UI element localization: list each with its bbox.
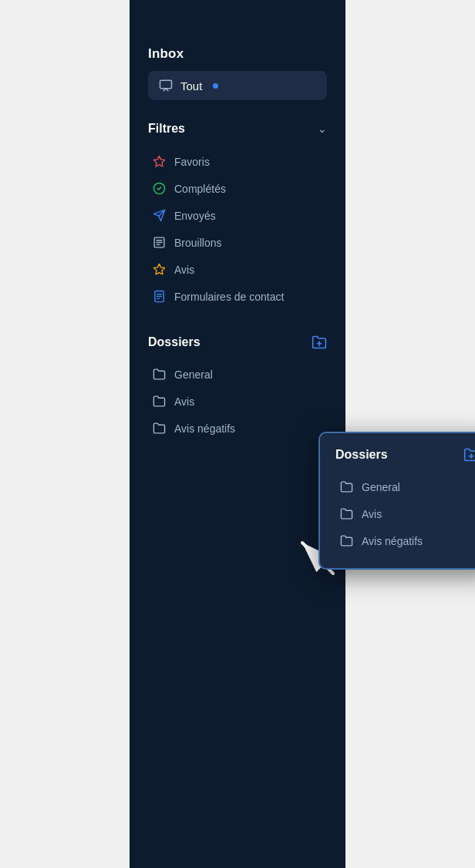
folder-avis-label: Avis <box>174 395 194 408</box>
popup-folder-avis[interactable]: Avis <box>335 500 475 527</box>
filter-item-envoyes[interactable]: Envoyés <box>148 202 327 229</box>
filter-envoyes-label: Envoyés <box>174 210 216 222</box>
popup-folder-list: General Avis Avis négatifs <box>335 473 475 554</box>
inbox-title: Inbox <box>148 46 327 62</box>
star-yellow-icon <box>151 263 167 276</box>
filter-formulaires-label: Formulaires de contact <box>174 291 284 303</box>
svg-rect-0 <box>160 80 172 89</box>
svg-marker-9 <box>153 264 164 274</box>
form-blue-icon <box>151 290 167 303</box>
dossiers-popup: Dossiers General <box>318 432 475 570</box>
inbox-tout-item[interactable]: Tout <box>148 71 327 100</box>
svg-marker-1 <box>153 156 164 166</box>
popup-folder-icon <box>339 534 354 547</box>
filter-item-completes[interactable]: Complétés <box>148 175 327 202</box>
inbox-notification-dot <box>213 83 218 89</box>
folder-item-avis[interactable]: Avis <box>148 388 327 415</box>
popup-folder-avis-negatifs-label: Avis négatifs <box>362 535 423 547</box>
folder-item-avis-negatifs[interactable]: Avis négatifs <box>148 415 327 442</box>
popup-title: Dossiers <box>335 448 388 462</box>
folder-icon <box>151 368 167 381</box>
star-red-icon <box>151 155 167 168</box>
send-blue-icon <box>151 209 167 222</box>
filter-brouillons-label: Brouillons <box>174 237 221 249</box>
dossiers-title: Dossiers <box>148 335 200 349</box>
popup-add-folder-icon[interactable] <box>463 447 475 463</box>
chevron-down-icon[interactable]: ⌄ <box>318 123 327 135</box>
folder-icon <box>151 422 167 435</box>
dossiers-section: Dossiers General <box>148 335 327 442</box>
inbox-icon <box>159 79 173 93</box>
filter-list: Favoris Complétés Envoyé <box>148 148 327 310</box>
filtres-title: Filtres <box>148 122 185 136</box>
filter-favoris-label: Favoris <box>174 156 210 168</box>
filter-item-avis[interactable]: Avis <box>148 256 327 283</box>
draft-icon <box>151 236 167 249</box>
popup-folder-avis-label: Avis <box>362 508 382 520</box>
popup-header: Dossiers <box>335 447 475 463</box>
filtres-section: Filtres ⌄ Favoris Complétés <box>148 122 327 310</box>
dossiers-header: Dossiers <box>148 335 327 350</box>
filter-item-favoris[interactable]: Favoris <box>148 148 327 175</box>
inbox-section: Inbox Tout <box>148 46 327 100</box>
popup-folder-general-label: General <box>362 481 400 493</box>
filter-completes-label: Complétés <box>174 183 226 195</box>
filter-item-brouillons[interactable]: Brouillons <box>148 229 327 256</box>
folder-list: General Avis Avis négatifs <box>148 361 327 442</box>
popup-folder-avis-negatifs[interactable]: Avis négatifs <box>335 527 475 554</box>
check-circle-green-icon <box>151 182 167 195</box>
folder-avis-negatifs-label: Avis négatifs <box>174 422 235 435</box>
add-folder-icon[interactable] <box>312 335 327 350</box>
folder-icon <box>151 395 167 408</box>
filter-avis-label: Avis <box>174 264 194 276</box>
popup-folder-general[interactable]: General <box>335 473 475 500</box>
filtres-header: Filtres ⌄ <box>148 122 327 136</box>
inbox-label: Tout <box>180 79 202 93</box>
folder-general-label: General <box>174 368 213 381</box>
popup-folder-icon <box>339 480 354 493</box>
filter-item-formulaires[interactable]: Formulaires de contact <box>148 283 327 310</box>
sidebar: Inbox Tout Filtres ⌄ <box>130 0 345 868</box>
folder-item-general[interactable]: General <box>148 361 327 388</box>
popup-folder-icon <box>339 507 354 520</box>
